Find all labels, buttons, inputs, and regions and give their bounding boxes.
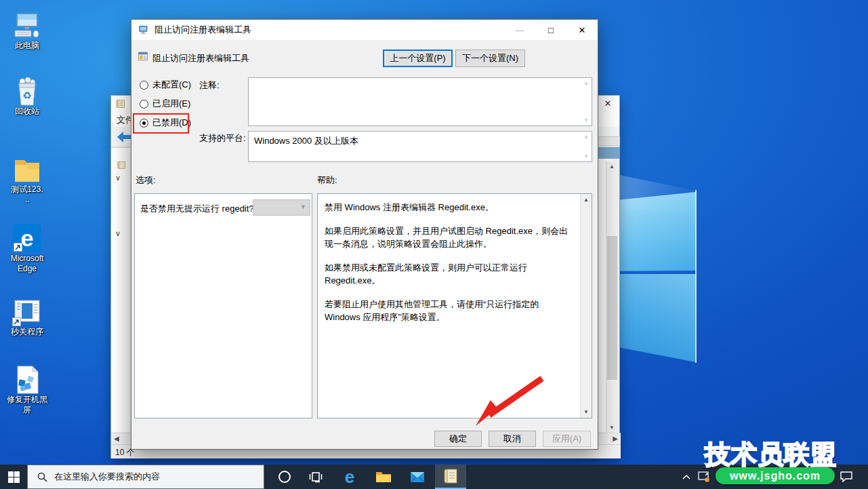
mail-icon: [410, 471, 425, 483]
shortcut-arrow-icon: [12, 317, 21, 326]
help-paragraph: 禁用 Windows 注册表编辑器 Regedit.exe。: [325, 201, 573, 214]
taskbar-group-policy-button[interactable]: [435, 465, 466, 489]
scroll-down-icon[interactable]: ▼: [582, 117, 590, 123]
policy-setting-icon: [138, 51, 148, 62]
scroll-up-icon[interactable]: ▲: [582, 134, 590, 140]
watermark-url: www.jsgho.com: [716, 467, 835, 484]
file-explorer-icon: [375, 470, 392, 484]
dialog-title: 阻止访问注册表编辑工具: [154, 24, 251, 36]
scroll-down-icon[interactable]: ▼: [581, 409, 592, 415]
help-paragraph: 如果启用此策略设置，并且用户试图启动 Regedit.exe，则会出现一条消息，…: [325, 224, 573, 251]
scroll-left-icon[interactable]: ◀: [114, 435, 119, 442]
gp-close-button[interactable]: ✕: [596, 96, 619, 112]
desktop-icon-quick-close-app[interactable]: 秒关程序: [0, 297, 54, 337]
desktop-icon-fix-blackscreen-reg[interactable]: 修复开机黑 屏: [0, 365, 54, 415]
dialog-titlebar[interactable]: 阻止访问注册表编辑工具 — □ ✕: [131, 20, 598, 40]
desktop-icon-label-line2: 屏: [0, 405, 54, 415]
supported-textarea[interactable]: Windows 2000 及以上版本 ▲ ▼: [248, 131, 592, 162]
shortcut-arrow-icon: [14, 243, 22, 252]
taskbar-file-explorer-button[interactable]: [370, 465, 397, 489]
minimize-button[interactable]: —: [504, 20, 535, 40]
radio-label: 已启用(E): [152, 98, 190, 110]
comment-textarea[interactable]: ▲ ▼: [248, 77, 592, 126]
ok-button[interactable]: 确定: [434, 431, 482, 447]
recycle-bin-icon: ♻: [12, 77, 43, 106]
chevron-down-icon: ▼: [300, 203, 306, 210]
taskbar-mail-button[interactable]: [404, 465, 431, 489]
desktop-icon-label: Microsoft: [0, 254, 54, 264]
desktop-icon-label: 回收站: [0, 106, 54, 117]
taskbar-search-box[interactable]: 在这里输入你要搜索的内容: [27, 465, 264, 489]
edge-icon: e: [345, 467, 354, 488]
gp-vertical-scrollbar[interactable]: ▲ ▼: [606, 161, 617, 433]
help-label: 帮助:: [317, 174, 337, 187]
option-question: 是否禁用无提示运行 regedit?: [140, 203, 254, 215]
radio-circle-icon: [140, 81, 148, 90]
back-arrow-icon[interactable]: [117, 131, 131, 143]
desktop-icon-label: 此电脑: [0, 41, 54, 51]
options-panel: 是否禁用无提示运行 regedit? ▼: [134, 193, 312, 418]
options-label: 选项:: [136, 174, 156, 187]
tray-show-hidden-icons-button[interactable]: [678, 465, 695, 489]
desktop-icon-label: 秒关程序: [0, 327, 54, 337]
desktop-icon-label-line2: ..: [0, 195, 54, 205]
radio-circle-icon: [140, 100, 148, 109]
desktop-icon-recycle-bin[interactable]: ♻ 回收站: [0, 77, 54, 117]
supported-value: Windows 2000 及以上版本: [254, 136, 358, 146]
desktop-icon-label-line2: Edge: [0, 264, 54, 274]
option-dropdown[interactable]: ▼: [253, 199, 310, 216]
svg-text:♻: ♻: [22, 90, 31, 101]
scroll-up-icon[interactable]: ▲: [581, 197, 592, 203]
previous-setting-button[interactable]: 上一个设置(P): [383, 50, 453, 67]
red-highlight-box: [133, 113, 189, 134]
help-scrollbar[interactable]: ▲ ▼: [580, 194, 592, 418]
scroll-down-icon[interactable]: ▼: [606, 425, 617, 431]
radio-enabled[interactable]: 已启用(E): [140, 98, 190, 110]
help-panel: 禁用 Windows 注册表编辑器 Regedit.exe。 如果启用此策略设置…: [317, 193, 592, 418]
supported-label: 支持的平台:: [199, 132, 246, 144]
gp-column-strip: [598, 136, 620, 146]
tree-chevron-icon[interactable]: ∨: [115, 174, 121, 182]
scroll-up-icon[interactable]: ▲: [606, 163, 617, 170]
task-view-icon: [309, 471, 323, 483]
help-paragraph: 如果禁用或未配置此策略设置，则用户可以正常运行 Regedit.exe。: [325, 261, 573, 288]
gp-selected-row-strip: [598, 147, 620, 159]
cancel-button[interactable]: 取消: [489, 431, 536, 447]
gp-app-icon: [115, 98, 126, 109]
edge-icon: e: [12, 224, 43, 254]
desktop: 此电脑 ♻ 回收站 测试123. .. e: [0, 0, 868, 489]
registry-file-icon: [12, 365, 43, 395]
dialog-header-title: 阻止访问注册表编辑工具: [152, 52, 249, 64]
close-button[interactable]: ✕: [566, 20, 598, 40]
scrollbar-thumb[interactable]: [607, 236, 617, 380]
tree-chevron-icon[interactable]: ∨: [115, 229, 121, 238]
windows-logo-icon: [8, 471, 20, 483]
desktop-icon-label: 测试123.: [0, 184, 54, 195]
taskbar-edge-button[interactable]: e: [336, 465, 363, 489]
tray-window-icon: [698, 471, 710, 482]
gp-tree-root-icon: [117, 160, 127, 170]
desktop-icon-this-pc[interactable]: 此电脑: [0, 11, 54, 51]
scroll-right-icon[interactable]: ▶: [613, 435, 618, 442]
search-placeholder: 在这里输入你要搜索的内容: [54, 471, 160, 483]
dialog-app-icon: [138, 24, 149, 35]
notification-icon: [840, 471, 852, 482]
group-policy-icon: [442, 468, 459, 484]
next-setting-button[interactable]: 下一个设置(N): [455, 50, 525, 67]
cortana-button[interactable]: [271, 465, 298, 489]
radio-label: 未配置(C): [152, 79, 191, 91]
task-view-button[interactable]: [302, 465, 329, 489]
maximize-button[interactable]: □: [535, 20, 566, 40]
radio-not-configured[interactable]: 未配置(C): [140, 79, 191, 91]
wallpaper-logo-edge: [695, 190, 697, 363]
help-paragraph: 若要阻止用户使用其他管理工具，请使用“只运行指定的 Windows 应用程序”策…: [325, 298, 573, 324]
apply-button: 应用(A): [543, 431, 591, 447]
scroll-down-icon[interactable]: ▼: [582, 153, 590, 159]
start-button[interactable]: [0, 465, 27, 489]
desktop-icon-test-folder[interactable]: 测试123. ..: [0, 155, 54, 205]
desktop-icon-label: 修复开机黑: [0, 395, 54, 405]
cortana-icon: [278, 470, 291, 484]
desktop-icon-microsoft-edge[interactable]: e Microsoft Edge: [0, 224, 54, 274]
scroll-up-icon[interactable]: ▲: [582, 80, 590, 86]
chevron-up-icon: [682, 474, 690, 480]
